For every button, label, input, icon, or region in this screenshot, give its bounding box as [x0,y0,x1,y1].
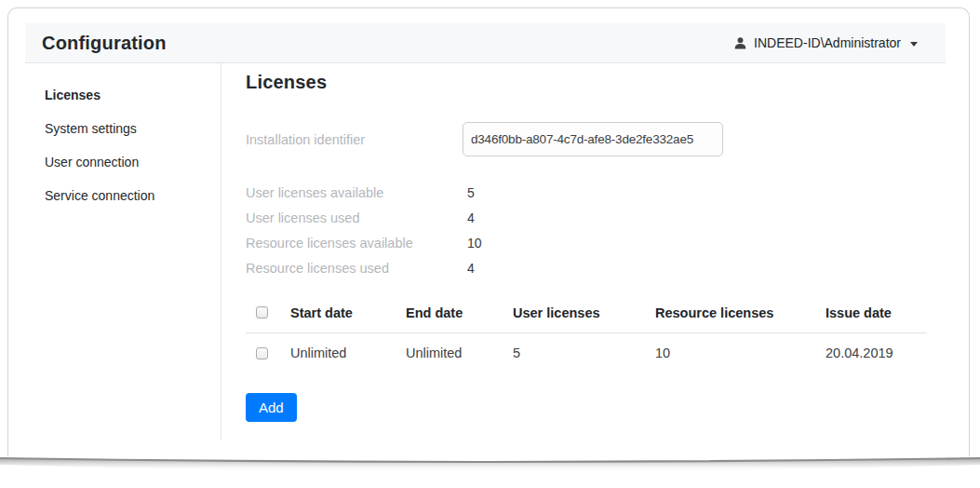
user-licenses-used-label: User licenses used [246,210,467,225]
resource-licenses-available-value: 10 [467,236,482,251]
cell-user-licenses: 5 [513,346,655,360]
app-header: Configuration INDEED-ID\Administrator [25,23,946,63]
resource-licenses-available-label: Resource licenses available [246,236,467,251]
cell-resource-licenses: 10 [655,346,826,360]
user-licenses-available-value: 5 [467,185,475,200]
user-licenses-available-label: User licenses available [246,185,467,200]
person-icon [733,36,747,50]
select-all-checkbox[interactable] [256,306,268,319]
stat-row-user-used: User licenses used 4 [246,205,946,230]
column-header-start-date: Start date [290,305,406,320]
page-curl-shadow [0,454,980,482]
cell-start-date: Unlimited [290,346,406,360]
window-body: Licenses System settings User connection… [25,63,946,441]
sidebar-item-system-settings[interactable]: System settings [45,112,221,145]
app-window: Configuration INDEED-ID\Administrator Li… [7,7,970,456]
user-licenses-used-value: 4 [467,210,475,225]
installation-identifier-input[interactable] [463,122,723,156]
column-header-issue-date: Issue date [826,305,927,320]
installation-identifier-label: Installation identifier [246,132,463,147]
stat-row-resource-available: Resource licenses available 10 [246,230,946,255]
app-title: Configuration [42,33,167,54]
add-button[interactable]: Add [246,393,297,422]
chevron-down-icon [910,42,918,47]
installation-identifier-row: Installation identifier [246,122,946,156]
resource-licenses-used-label: Resource licenses used [246,261,467,276]
cell-issue-date: 20.04.2019 [826,346,927,360]
column-header-resource-licenses: Resource licenses [655,305,826,320]
screenshot-canvas: Configuration INDEED-ID\Administrator Li… [0,0,980,488]
row-checkbox[interactable] [256,347,268,359]
user-account-menu[interactable]: INDEED-ID\Administrator [733,35,918,50]
resource-licenses-used-value: 4 [467,261,475,276]
sidebar-item-service-connection[interactable]: Service connection [45,179,221,212]
select-all-cell [246,306,290,319]
licenses-table: Start date End date User licenses Resour… [246,292,927,373]
user-name: INDEED-ID\Administrator [754,35,901,50]
window-content: Configuration INDEED-ID\Administrator Li… [8,8,969,441]
table-row: Unlimited Unlimited 5 10 20.04.2019 [246,333,927,373]
table-header-row: Start date End date User licenses Resour… [246,292,927,333]
sidebar-item-user-connection[interactable]: User connection [45,145,221,179]
sidebar-item-licenses[interactable]: Licenses [45,78,221,112]
row-select-cell [246,347,290,359]
cell-end-date: Unlimited [406,346,513,360]
stat-row-resource-used: Resource licenses used 4 [246,255,946,280]
page-title: Licenses [246,72,946,93]
license-stats: User licenses available 5 User licenses … [246,180,946,280]
column-header-user-licenses: User licenses [513,305,655,320]
column-header-end-date: End date [406,305,513,320]
stat-row-user-available: User licenses available 5 [246,180,946,205]
sidebar: Licenses System settings User connection… [25,63,222,441]
content-panel: Licenses Installation identifier User li… [222,63,946,441]
